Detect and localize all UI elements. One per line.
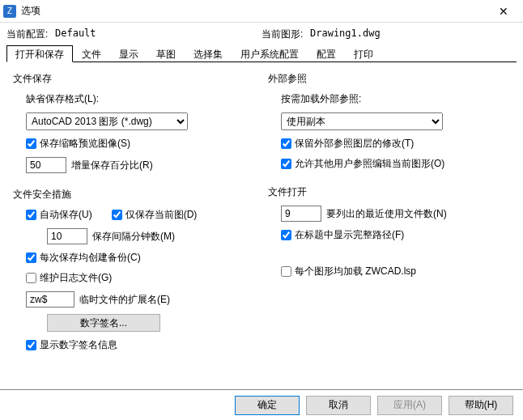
incremental-save-label: 增量保存百分比(R) bbox=[71, 159, 153, 172]
create-backup-checkbox[interactable]: 每次保存均创建备份(C) bbox=[26, 251, 141, 265]
show-signature-checkbox[interactable]: 显示数字签名信息 bbox=[26, 338, 117, 352]
retain-layers-input[interactable] bbox=[281, 138, 291, 149]
load-lsp-checkbox[interactable]: 每个图形均加载 ZWCAD.lsp bbox=[281, 265, 416, 278]
create-backup-input[interactable] bbox=[26, 252, 36, 263]
current-drawing-value: Drawing1.dwg bbox=[310, 28, 381, 41]
temp-ext-input[interactable] bbox=[26, 291, 74, 308]
full-path-input[interactable] bbox=[281, 230, 291, 240]
close-icon[interactable]: ✕ bbox=[487, 0, 520, 23]
help-button[interactable]: 帮助(H) bbox=[449, 396, 513, 415]
current-profile-value: Default bbox=[55, 28, 96, 41]
tab-print[interactable]: 打印 bbox=[345, 45, 382, 62]
group-misc: 每个图形均加载 ZWCAD.lsp bbox=[268, 265, 510, 278]
allow-edit-checkbox[interactable]: 允许其他用户参照编辑当前图形(O) bbox=[281, 157, 444, 171]
tab-selection[interactable]: 选择集 bbox=[185, 45, 232, 62]
temp-ext-label: 临时文件的扩展名(E) bbox=[79, 293, 170, 307]
tab-open-save[interactable]: 打开和保存 bbox=[6, 45, 73, 62]
maintain-log-checkbox[interactable]: 维护日志文件(G) bbox=[26, 271, 112, 285]
group-file-save: 文件保存 缺省保存格式(L): AutoCAD 2013 图形 (*.dwg) … bbox=[13, 72, 255, 173]
current-drawing-label: 当前图形: bbox=[262, 28, 310, 41]
tabs: 打开和保存 文件 显示 草图 选择集 用户系统配置 配置 打印 bbox=[6, 45, 517, 62]
window-title: 选项 bbox=[21, 4, 487, 18]
apply-button[interactable]: 应用(A) bbox=[377, 396, 442, 415]
tab-display[interactable]: 显示 bbox=[110, 45, 147, 62]
digital-signature-button[interactable]: 数字签名... bbox=[47, 314, 160, 332]
group-file-save-title: 文件保存 bbox=[13, 72, 255, 86]
save-interval-label: 保存间隔分钟数(M) bbox=[92, 230, 175, 244]
tab-drafting[interactable]: 草图 bbox=[147, 45, 185, 62]
app-icon: Z bbox=[3, 5, 16, 18]
show-signature-input[interactable] bbox=[26, 340, 36, 350]
save-thumbnail-checkbox[interactable]: 保存缩略预览图像(S) bbox=[26, 137, 130, 151]
incremental-save-input[interactable] bbox=[26, 157, 66, 173]
xref-load-select[interactable]: 使用副本 bbox=[281, 112, 443, 130]
tab-user-prefs[interactable]: 用户系统配置 bbox=[232, 45, 308, 62]
current-only-checkbox[interactable]: 仅保存当前图(D) bbox=[112, 208, 198, 222]
load-lsp-input[interactable] bbox=[281, 266, 291, 277]
group-file-open: 文件打开 要列出的最近使用文件数(N) 在标题中显示完整路径(F) bbox=[268, 185, 510, 242]
xref-load-label: 按需加载外部参照: bbox=[281, 92, 510, 106]
group-xref-title: 外部参照 bbox=[268, 72, 510, 86]
auto-save-input[interactable] bbox=[26, 210, 36, 220]
group-xref: 外部参照 按需加载外部参照: 使用副本 保留外部参照图层的修改(T) bbox=[268, 72, 510, 171]
full-path-checkbox[interactable]: 在标题中显示完整路径(F) bbox=[281, 228, 404, 242]
group-file-safety: 文件安全措施 自动保存(U) 仅保存当前图(D) bbox=[13, 188, 255, 352]
retain-layers-checkbox[interactable]: 保留外部参照图层的修改(T) bbox=[281, 137, 414, 151]
current-only-input[interactable] bbox=[112, 210, 122, 220]
save-thumbnail-input[interactable] bbox=[26, 138, 36, 149]
save-interval-input[interactable] bbox=[47, 228, 87, 244]
current-profile-label: 当前配置: bbox=[6, 28, 55, 41]
allow-edit-input[interactable] bbox=[281, 159, 291, 169]
default-format-select[interactable]: AutoCAD 2013 图形 (*.dwg) bbox=[26, 112, 188, 130]
tab-profiles[interactable]: 配置 bbox=[308, 45, 345, 62]
tab-files[interactable]: 文件 bbox=[73, 45, 110, 62]
cancel-button[interactable]: 取消 bbox=[306, 396, 371, 415]
ok-button[interactable]: 确定 bbox=[235, 396, 300, 415]
group-file-open-title: 文件打开 bbox=[268, 185, 510, 199]
recent-files-input[interactable] bbox=[281, 206, 321, 222]
profile-row: 当前配置: Default 当前图形: Drawing1.dwg bbox=[6, 28, 517, 41]
footer: 确定 取消 应用(A) 帮助(H) bbox=[0, 389, 523, 420]
default-format-label: 缺省保存格式(L): bbox=[26, 92, 255, 106]
titlebar: Z 选项 ✕ bbox=[0, 0, 523, 23]
maintain-log-input[interactable] bbox=[26, 273, 36, 283]
auto-save-checkbox[interactable]: 自动保存(U) bbox=[26, 208, 92, 222]
group-file-safety-title: 文件安全措施 bbox=[13, 188, 255, 202]
recent-files-label: 要列出的最近使用文件数(N) bbox=[326, 207, 447, 221]
